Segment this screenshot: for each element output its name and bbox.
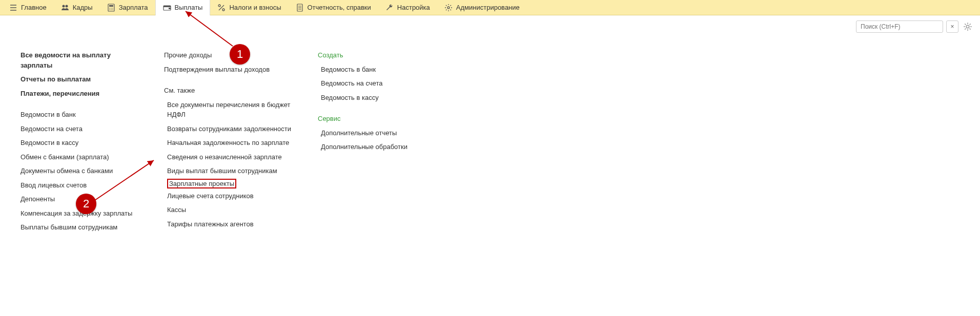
tab-label: Настройка bbox=[397, 4, 430, 11]
nav-unaccrued[interactable]: Сведения о незачисленной зарплате bbox=[167, 150, 292, 164]
nav-bank-docs[interactable]: Документы обмена с банками bbox=[21, 164, 138, 178]
create-bank-sheet[interactable]: Ведомость в банк bbox=[321, 62, 420, 77]
nav-payment-reports[interactable]: Отчеты по выплатам bbox=[21, 72, 138, 87]
svg-line-15 bbox=[219, 5, 224, 10]
tab-label: Кадры bbox=[73, 4, 93, 11]
nav-initial-debt[interactable]: Начальная задолженность по зарплате bbox=[167, 136, 292, 150]
nav-returns[interactable]: Возвраты сотрудниками задолженности bbox=[167, 122, 292, 136]
content-area: × Все ведомости на выплату зарплаты Отче… bbox=[0, 15, 980, 245]
svg-rect-11 bbox=[164, 6, 171, 7]
people-icon bbox=[61, 4, 69, 12]
tab-hr[interactable]: Кадры bbox=[54, 0, 100, 15]
callout-1: 1 bbox=[230, 44, 250, 65]
nav-other-income[interactable]: Прочие доходы bbox=[164, 48, 292, 62]
service-section-title: Сервис bbox=[318, 112, 420, 126]
nav-salary-projects-highlighted[interactable]: Зарплатные проекты bbox=[167, 179, 236, 188]
tab-label: Выплаты bbox=[175, 4, 203, 11]
wrench-icon bbox=[385, 4, 394, 12]
svg-point-13 bbox=[218, 5, 220, 7]
wallet-icon bbox=[163, 4, 171, 12]
svg-point-4 bbox=[109, 8, 110, 9]
column-3: Создать Ведомость в банк Ведомость на сч… bbox=[318, 48, 420, 235]
nav-cashboxes[interactable]: Кассы bbox=[167, 203, 292, 217]
svg-rect-12 bbox=[169, 8, 171, 9]
document-icon bbox=[296, 4, 304, 12]
nav-all-sheets[interactable]: Все ведомости на выплату зарплаты bbox=[21, 48, 138, 72]
svg-point-1 bbox=[65, 5, 68, 7]
nav-former-types[interactable]: Виды выплат бывшим сотрудникам bbox=[167, 164, 292, 178]
svg-point-6 bbox=[112, 8, 113, 9]
tab-main[interactable]: Главное bbox=[2, 0, 54, 15]
settings-gear-button[interactable] bbox=[962, 20, 974, 33]
service-add-processing[interactable]: Дополнительные обработки bbox=[321, 140, 420, 154]
create-cash-sheet[interactable]: Ведомость в кассу bbox=[321, 91, 420, 105]
svg-point-9 bbox=[112, 9, 113, 10]
nav-bank-exchange[interactable]: Обмен с банками (зарплата) bbox=[21, 150, 138, 164]
svg-point-8 bbox=[111, 9, 112, 10]
nav-transfers[interactable]: Платежи, перечисления bbox=[21, 87, 138, 101]
search-row: × bbox=[6, 20, 974, 33]
svg-point-5 bbox=[111, 8, 112, 9]
tab-salary[interactable]: Зарплата bbox=[100, 0, 155, 15]
create-account-sheet[interactable]: Ведомость на счета bbox=[321, 76, 420, 91]
tab-label: Отчетность, справки bbox=[308, 4, 371, 11]
service-add-reports[interactable]: Дополнительные отчеты bbox=[321, 126, 420, 140]
nav-account-sheets[interactable]: Ведомости на счета bbox=[21, 122, 138, 136]
tab-taxes[interactable]: Налоги и взносы bbox=[210, 0, 288, 15]
hamburger-icon bbox=[9, 4, 17, 12]
nav-income-confirm[interactable]: Подтверждения выплаты доходов bbox=[164, 62, 292, 77]
tab-label: Главное bbox=[21, 4, 47, 11]
nav-cash-sheets[interactable]: Ведомости в кассу bbox=[21, 136, 138, 150]
tab-label: Зарплата bbox=[119, 4, 148, 11]
tab-settings[interactable]: Настройка bbox=[378, 0, 437, 15]
create-section-title: Создать bbox=[318, 48, 420, 62]
svg-rect-3 bbox=[109, 5, 113, 7]
see-also-title: См. также bbox=[164, 83, 292, 98]
nav-former-payments[interactable]: Выплаты бывшим сотрудникам bbox=[21, 220, 138, 235]
search-clear-button[interactable]: × bbox=[946, 20, 958, 33]
tab-reports[interactable]: Отчетность, справки bbox=[289, 0, 378, 15]
callout-2: 2 bbox=[76, 194, 96, 214]
svg-point-0 bbox=[62, 5, 65, 7]
nav-personal-accounts[interactable]: Ввод лицевых счетов bbox=[21, 178, 138, 193]
nav-tariffs[interactable]: Тарифы платежных агентов bbox=[167, 217, 292, 231]
gear-icon bbox=[444, 4, 453, 12]
column-2: Прочие доходы Подтверждения выплаты дохо… bbox=[164, 48, 292, 235]
percent-icon bbox=[217, 4, 226, 12]
tab-label: Администрирование bbox=[456, 4, 520, 11]
calculator-icon bbox=[107, 4, 115, 12]
nav-bank-sheets[interactable]: Ведомости в банк bbox=[21, 108, 138, 122]
search-input[interactable] bbox=[856, 20, 943, 33]
tab-payments[interactable]: Выплаты bbox=[155, 0, 211, 15]
svg-point-14 bbox=[222, 9, 224, 11]
svg-point-7 bbox=[109, 9, 110, 10]
tab-admin[interactable]: Администрирование bbox=[437, 0, 527, 15]
tab-label: Налоги и взносы bbox=[229, 4, 281, 11]
navigation-columns: Все ведомости на выплату зарплаты Отчеты… bbox=[6, 33, 974, 240]
svg-point-21 bbox=[966, 25, 969, 28]
nav-ndfl-docs[interactable]: Все документы перечисления в бюджет НДФЛ bbox=[167, 98, 292, 122]
svg-point-20 bbox=[447, 7, 450, 9]
main-toolbar: Главное Кадры Зарплата Выплаты Налоги и … bbox=[0, 0, 980, 15]
nav-personal-acc[interactable]: Лицевые счета сотрудников bbox=[167, 189, 292, 203]
